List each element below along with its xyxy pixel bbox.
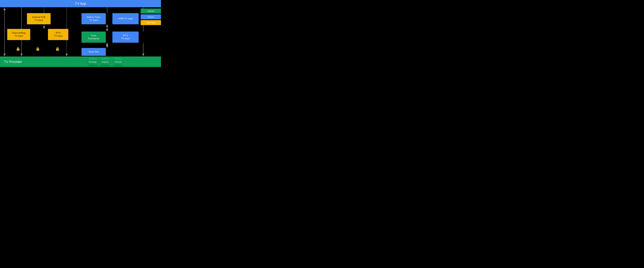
built-in-tuner-box: Built-in-TunerTV Input — [82, 13, 106, 24]
legend-device: Device — [141, 14, 161, 19]
hdmi-input-box: HDMI TV Input — [112, 13, 139, 24]
iptv-left-box: IPTVTV Input — [48, 29, 68, 40]
legend-third-party: Third Party — [141, 20, 161, 25]
tv-app-bar: TV App — [0, 0, 161, 7]
lock-icon-1: 🔒 — [16, 47, 20, 51]
tv-provider-bar: TV Provider — [0, 56, 161, 67]
programs-db: Programs — [100, 58, 111, 66]
iptv-right-box: IPTVTV Input — [112, 32, 139, 43]
tv-provider-title: TV Provider — [0, 60, 22, 64]
tuner-framework-box: TunerFramework — [82, 32, 106, 43]
place-shifting-box: Place-shiftingTV Input — [7, 29, 30, 40]
tv-app-title: TV App — [75, 2, 86, 6]
external-stb-box: External STBTV Input — [27, 13, 50, 24]
recordings-db: Recordings — [88, 58, 98, 66]
legend: Android Device Third Party — [141, 8, 161, 25]
lock-icon-2: 🔒 — [36, 47, 40, 51]
tuner-hal-box: Tuner HAL — [82, 48, 106, 56]
channels-db: Channels — [113, 58, 124, 66]
legend-android: Android — [141, 8, 161, 14]
lock-icon-3: 🔒 — [55, 47, 60, 51]
